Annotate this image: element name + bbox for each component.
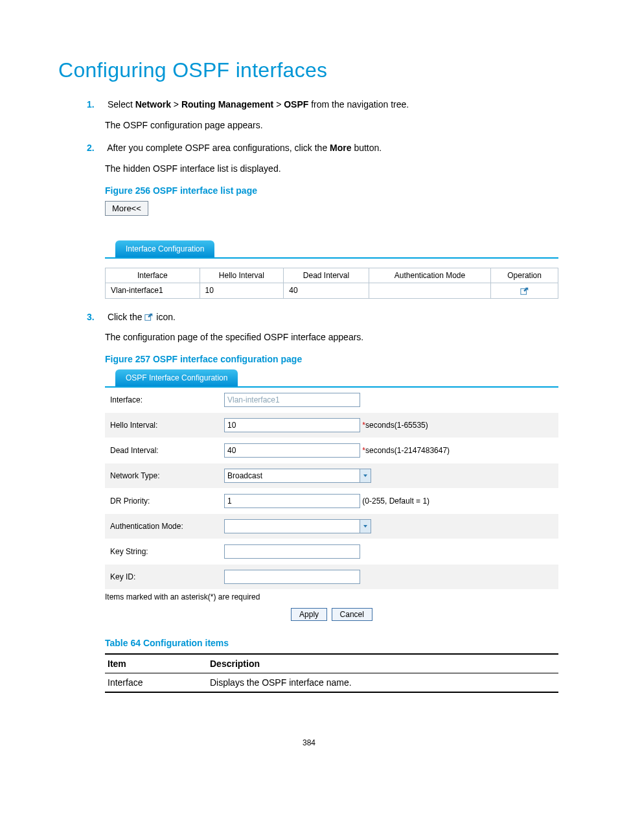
button-row: Apply Cancel [105,605,558,622]
nav-ospf: OSPF [284,99,308,110]
step-sub: The hidden OSPF interface list is displa… [105,162,560,176]
required-note: Items marked with an asterisk(*) are req… [105,592,558,601]
figure-256: More<< Interface Configuration Interface… [105,201,560,299]
key-string-field[interactable] [224,544,360,559]
col-interface: Interface [106,268,200,283]
step-text: Click the [108,312,145,322]
ospf-interface-form: Interface: Hello Interval: *seconds(1-65… [105,388,558,590]
edit-icon [144,312,154,322]
chevron-down-icon[interactable] [360,469,371,483]
edit-icon[interactable] [520,286,529,295]
step-1: 1. Select Network > Routing Management >… [105,98,560,132]
table-row: Interface Displays the OSPF interface na… [105,673,558,692]
step-number: 3. [87,310,105,325]
key-id-field[interactable] [224,570,360,584]
interface-field [224,393,360,407]
step-number: 2. [87,141,105,156]
auth-mode-select[interactable] [224,519,360,533]
nav-network: Network [135,99,171,110]
dead-interval-field[interactable] [224,443,360,458]
hint-hello: seconds(1-65535) [365,421,428,430]
tab-bar: OSPF Interface Configuration [105,369,558,388]
interface-list-table: Interface Hello Interval Dead Interval A… [105,268,558,299]
step-text: After you complete OSPF area configurati… [107,143,330,153]
tab-bar: Interface Configuration [105,240,558,259]
network-type-select[interactable] [224,469,360,483]
col-dead-interval: Dead Interval [284,268,369,283]
chevron-down-icon[interactable] [360,519,371,533]
cell-hello: 10 [200,283,284,298]
tab-interface-configuration[interactable]: Interface Configuration [115,240,214,257]
step-2: 2. After you complete OSPF area configur… [105,141,560,176]
apply-button[interactable]: Apply [291,608,327,621]
cancel-button[interactable]: Cancel [332,608,372,621]
figure-257: OSPF Interface Configuration Interface: … [105,369,558,622]
col-operation: Operation [491,268,558,283]
step-number: 1. [87,98,105,112]
cell-description: Displays the OSPF interface name. [207,673,558,692]
configuration-items-table: Item Description Interface Displays the … [105,653,558,693]
label-key-id: Key ID: [105,564,219,589]
step-3: 3. Click the icon. The configuration pag… [105,310,560,345]
cell-auth [369,283,490,298]
label-key-string: Key String: [105,539,219,564]
label-auth-mode: Authentication Mode: [105,513,219,539]
table-header-row: Interface Hello Interval Dead Interval A… [106,268,558,283]
page-number: 384 [58,738,560,747]
more-button[interactable]: More<< [105,201,148,216]
hint-dr: (0-255, Default = 1) [362,496,429,506]
table-header-row: Item Description [105,654,558,673]
cell-interface: Vlan-interface1 [106,283,200,298]
label-network-type: Network Type: [105,463,219,488]
step-text: Select [108,99,135,110]
more-word: More [330,143,351,153]
cell-operation [491,283,558,298]
label-hello-interval: Hello Interval: [105,412,219,438]
figure-256-caption: Figure 256 OSPF interface list page [105,185,560,196]
cell-item: Interface [105,673,207,692]
col-hello-interval: Hello Interval [200,268,284,283]
figure-257-caption: Figure 257 OSPF interface configuration … [105,354,560,364]
col-description: Description [207,654,558,673]
hello-interval-field[interactable] [224,418,360,432]
step-sub: The configuration page of the specified … [105,331,560,345]
label-interface: Interface: [105,388,219,413]
table-64-caption: Table 64 Configuration items [105,638,560,648]
dr-priority-field[interactable] [224,494,360,508]
col-item: Item [105,654,207,673]
cell-dead: 40 [284,283,369,298]
table-row: Vlan-interface1 10 40 [106,283,558,298]
nav-routing-mgmt: Routing Management [181,99,273,110]
page-title: Configuring OSPF interfaces [58,58,560,82]
label-dr-priority: DR Priority: [105,488,219,513]
label-dead-interval: Dead Interval: [105,438,219,463]
col-auth-mode: Authentication Mode [369,268,490,283]
hint-dead: seconds(1-2147483647) [365,446,450,455]
step-sub: The OSPF configuration page appears. [105,119,560,133]
tab-ospf-interface-config[interactable]: OSPF Interface Configuration [115,369,238,386]
